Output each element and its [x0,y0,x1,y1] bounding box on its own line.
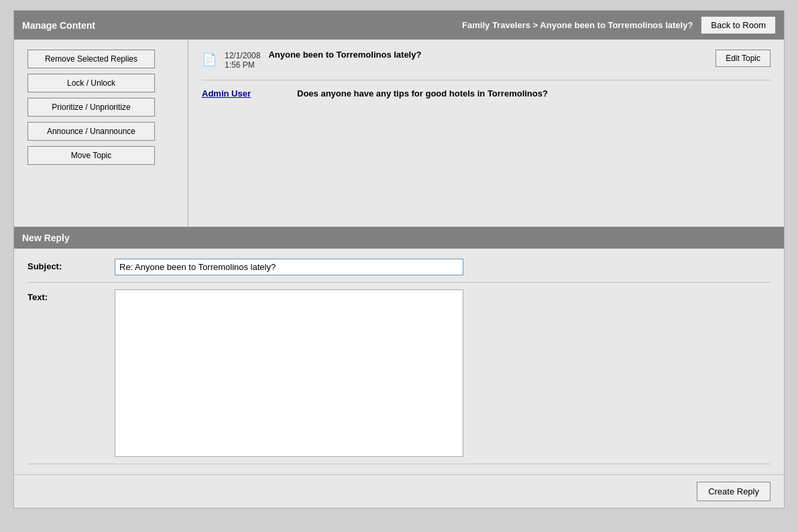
prioritize-unprioritize-button[interactable]: Prioritize / Unprioritize [27,98,155,117]
header-right: Family Travelers > Anyone been to Torrem… [462,16,776,34]
reply-row: Admin User Does anyone have any tips for… [202,88,771,98]
document-icon: 📄 [202,52,217,67]
reply-author[interactable]: Admin User [202,88,289,98]
text-row: Text: [27,289,771,464]
reply-body: Does anyone have any tips for good hotel… [297,88,548,98]
lock-unlock-button[interactable]: Lock / Unlock [27,74,155,92]
left-panel: Remove Selected Replies Lock / Unlock Pr… [14,40,188,226]
back-to-room-button[interactable]: Back to Room [701,16,776,34]
footer-bar: Create Reply [14,474,784,508]
manage-content-header: Manage Content Family Travelers > Anyone… [14,11,784,40]
text-input[interactable] [115,289,463,457]
subject-input[interactable] [115,259,463,275]
edit-topic-button[interactable]: Edit Topic [716,50,771,67]
new-reply-title: New Reply [22,232,70,243]
new-reply-body: Subject: Text: [14,249,784,474]
textarea-wrapper [115,289,475,457]
right-panel: 📄 12/1/20081:56 PM Anyone been to Torrem… [188,40,784,226]
topic-info-row: 📄 12/1/20081:56 PM Anyone been to Torrem… [202,50,771,80]
new-reply-header: New Reply [14,227,784,249]
new-reply-section: New Reply Subject: Text: Create Reply [14,227,784,508]
topic-title: Anyone been to Torremolinos lately? [268,50,707,60]
create-reply-button[interactable]: Create Reply [697,482,771,501]
subject-row: Subject: [27,259,771,283]
topic-date: 12/1/20081:56 PM [225,50,260,70]
subject-label: Subject: [27,259,115,271]
announce-unannounce-button[interactable]: Announce / Unannounce [27,122,155,141]
main-content-area: Remove Selected Replies Lock / Unlock Pr… [14,40,784,227]
move-topic-button[interactable]: Move Topic [27,146,155,165]
text-label: Text: [27,289,115,302]
breadcrumb: Family Travelers > Anyone been to Torrem… [462,20,693,30]
remove-selected-replies-button[interactable]: Remove Selected Replies [27,50,155,68]
page-title: Manage Content [22,20,95,31]
